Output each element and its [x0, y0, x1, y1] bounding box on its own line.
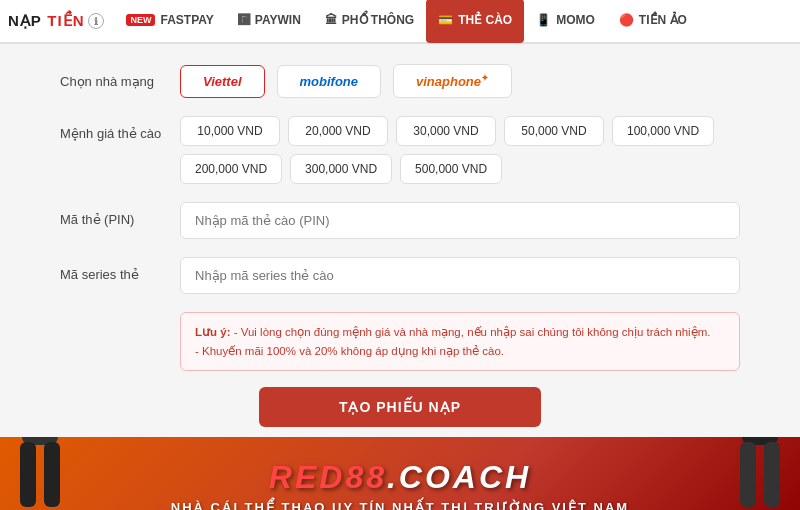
- note-prefix: Lưu ý:: [195, 326, 230, 338]
- note-box: Lưu ý: - Vui lòng chọn đúng mệnh giá và …: [180, 312, 740, 371]
- tab-pho-thong[interactable]: 🏛 PHỔ THÔNG: [313, 0, 426, 43]
- denom-30000[interactable]: 30,000 VND: [396, 116, 496, 146]
- denom-label: Mệnh giá thẻ cào: [60, 116, 180, 141]
- momo-label: MOMO: [556, 13, 595, 27]
- viettel-text: Viettel: [203, 74, 242, 89]
- denom-200000[interactable]: 200,000 VND: [180, 154, 282, 184]
- svg-rect-3: [44, 442, 60, 507]
- denom-grid: 10,000 VND 20,000 VND 30,000 VND 50,000 …: [180, 116, 740, 184]
- info-icon[interactable]: ℹ: [88, 13, 104, 29]
- note-line2: - Khuyến mãi 100% và 20% không áp dụng k…: [195, 345, 504, 357]
- submit-row: TẠO PHIẾU NẠP: [60, 387, 740, 427]
- denom-500000[interactable]: 500,000 VND: [400, 154, 502, 184]
- footer-logo-white: .COACH: [387, 459, 531, 495]
- left-figure: [0, 437, 80, 510]
- mobifone-text: mobifone: [300, 74, 359, 89]
- page-wrapper: NẠP TIỀN ℹ NEW FASTPAY 🅿 PAYWIN 🏛 PHỔ TH…: [0, 0, 800, 510]
- network-viettel[interactable]: Viettel: [180, 65, 265, 98]
- left-figure-svg: [0, 437, 80, 510]
- tab-fastpay[interactable]: NEW FASTPAY: [114, 0, 225, 43]
- paywin-label: PAYWIN: [255, 13, 301, 27]
- tab-the-cao[interactable]: 💳 THẺ CÀO: [426, 0, 524, 43]
- denom-300000[interactable]: 300,000 VND: [290, 154, 392, 184]
- submit-label: TẠO PHIẾU NẠP: [339, 399, 461, 415]
- tab-paywin[interactable]: 🅿 PAYWIN: [226, 0, 313, 43]
- note-line1: - Vui lòng chọn đúng mệnh giá và nhà mạn…: [234, 326, 711, 338]
- phothong-icon: 🏛: [325, 13, 337, 27]
- pin-label: Mã thẻ (PIN): [60, 202, 180, 227]
- tab-momo[interactable]: 📱 MOMO: [524, 0, 607, 43]
- submit-button[interactable]: TẠO PHIẾU NẠP: [259, 387, 541, 427]
- network-label: Chọn nhà mạng: [60, 64, 180, 89]
- svg-rect-1: [22, 437, 58, 445]
- nav-tabs: NEW FASTPAY 🅿 PAYWIN 🏛 PHỔ THÔNG 💳 THẺ C…: [114, 0, 792, 42]
- denom-10000[interactable]: 10,000 VND: [180, 116, 280, 146]
- vinaphone-text: vinaphone: [416, 74, 481, 89]
- network-options: Viettel mobifone vinaphone✦: [180, 64, 740, 98]
- svg-rect-7: [742, 437, 778, 445]
- network-mobifone[interactable]: mobifone: [277, 65, 382, 98]
- tab-tien-ao[interactable]: 🔴 TIỀN ẢO: [607, 0, 699, 43]
- brand-text2: TIỀN: [47, 12, 84, 30]
- phothong-label: PHỔ THÔNG: [342, 13, 414, 27]
- svg-rect-2: [20, 442, 36, 507]
- footer-banner: RED88.COACH NHÀ CÁI THỂ THAO UY TÍN NHẤT…: [0, 437, 800, 510]
- tienao-icon: 🔴: [619, 13, 634, 27]
- main-content: Chọn nhà mạng Viettel mobifone vinaphone…: [0, 44, 800, 437]
- right-figure: [720, 437, 800, 510]
- denom-row: Mệnh giá thẻ cào 10,000 VND 20,000 VND 3…: [60, 116, 740, 184]
- svg-rect-9: [764, 442, 780, 507]
- thecao-label: THẺ CÀO: [458, 13, 512, 27]
- pin-row: Mã thẻ (PIN): [60, 202, 740, 239]
- brand-text1: NẠP: [8, 12, 42, 30]
- series-label: Mã series thẻ: [60, 257, 180, 282]
- footer-subtitle: NHÀ CÁI THỂ THAO UY TÍN NHẤT THỊ TRƯỜNG …: [171, 500, 629, 510]
- right-figure-svg: [720, 437, 800, 510]
- denom-100000[interactable]: 100,000 VND: [612, 116, 714, 146]
- pin-input-wrap: [180, 202, 740, 239]
- fastpay-label: FASTPAY: [160, 13, 213, 27]
- momo-icon: 📱: [536, 13, 551, 27]
- tienao-label: TIỀN ẢO: [639, 13, 687, 27]
- svg-rect-8: [740, 442, 756, 507]
- brand: NẠP TIỀN ℹ: [8, 12, 104, 30]
- pin-input[interactable]: [180, 202, 740, 239]
- series-row: Mã series thẻ: [60, 257, 740, 294]
- paywin-icon: 🅿: [238, 13, 250, 27]
- footer-logo-red: RED88: [269, 459, 387, 495]
- thecao-icon: 💳: [438, 13, 453, 27]
- denom-20000[interactable]: 20,000 VND: [288, 116, 388, 146]
- network-vinaphone[interactable]: vinaphone✦: [393, 64, 512, 98]
- navbar: NẠP TIỀN ℹ NEW FASTPAY 🅿 PAYWIN 🏛 PHỔ TH…: [0, 0, 800, 44]
- series-input-wrap: [180, 257, 740, 294]
- footer-logo: RED88.COACH: [269, 459, 531, 496]
- series-input[interactable]: [180, 257, 740, 294]
- denom-50000[interactable]: 50,000 VND: [504, 116, 604, 146]
- fastpay-badge: NEW: [126, 14, 155, 26]
- network-row: Chọn nhà mạng Viettel mobifone vinaphone…: [60, 64, 740, 98]
